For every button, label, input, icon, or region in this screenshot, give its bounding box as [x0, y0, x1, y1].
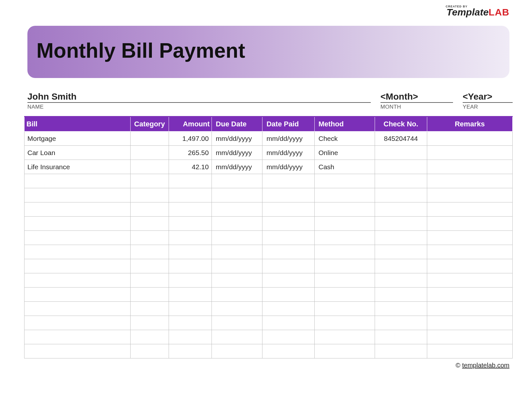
cell-date-paid[interactable]: mm/dd/yyyy: [262, 160, 314, 174]
cell-due-date[interactable]: [212, 330, 262, 344]
cell-due-date[interactable]: [212, 188, 262, 202]
cell-category[interactable]: [130, 146, 169, 160]
cell-bill[interactable]: [25, 202, 131, 217]
cell-method[interactable]: [314, 288, 375, 302]
cell-check-no[interactable]: [375, 217, 427, 231]
cell-bill[interactable]: [25, 188, 131, 202]
cell-amount[interactable]: [169, 330, 212, 344]
cell-date-paid[interactable]: [262, 174, 314, 188]
cell-category[interactable]: [130, 302, 169, 316]
cell-bill[interactable]: [25, 288, 131, 302]
cell-bill[interactable]: [25, 245, 131, 259]
cell-due-date[interactable]: [212, 202, 262, 217]
cell-remarks[interactable]: [427, 302, 512, 316]
cell-bill[interactable]: [25, 273, 131, 288]
cell-method[interactable]: Online: [314, 146, 375, 160]
cell-category[interactable]: [130, 188, 169, 202]
cell-remarks[interactable]: [427, 202, 512, 217]
cell-check-no[interactable]: [375, 316, 427, 330]
cell-amount[interactable]: [169, 344, 212, 358]
cell-due-date[interactable]: mm/dd/yyyy: [212, 132, 262, 146]
cell-method[interactable]: [314, 259, 375, 273]
cell-method[interactable]: [314, 316, 375, 330]
cell-due-date[interactable]: [212, 245, 262, 259]
cell-check-no[interactable]: [375, 160, 427, 174]
cell-remarks[interactable]: [427, 217, 512, 231]
footer-link[interactable]: templatelab.com: [462, 362, 509, 369]
cell-due-date[interactable]: [212, 273, 262, 288]
cell-bill[interactable]: [25, 330, 131, 344]
cell-category[interactable]: [130, 174, 169, 188]
cell-check-no[interactable]: [375, 302, 427, 316]
cell-amount[interactable]: [169, 174, 212, 188]
cell-bill[interactable]: Life Insurance: [25, 160, 131, 174]
cell-bill[interactable]: [25, 217, 131, 231]
cell-method[interactable]: Check: [314, 132, 375, 146]
cell-check-no[interactable]: [375, 231, 427, 245]
cell-amount[interactable]: [169, 259, 212, 273]
cell-category[interactable]: [130, 202, 169, 217]
cell-remarks[interactable]: [427, 288, 512, 302]
cell-check-no[interactable]: [375, 288, 427, 302]
cell-amount[interactable]: 265.50: [169, 146, 212, 160]
cell-bill[interactable]: [25, 231, 131, 245]
cell-method[interactable]: Cash: [314, 160, 375, 174]
cell-due-date[interactable]: [212, 288, 262, 302]
cell-category[interactable]: [130, 231, 169, 245]
cell-due-date[interactable]: [212, 231, 262, 245]
cell-check-no[interactable]: [375, 174, 427, 188]
cell-check-no[interactable]: [375, 146, 427, 160]
cell-bill[interactable]: Car Loan: [25, 146, 131, 160]
year-value[interactable]: <Year>: [463, 92, 513, 103]
cell-remarks[interactable]: [427, 188, 512, 202]
name-value[interactable]: John Smith: [27, 92, 371, 103]
cell-amount[interactable]: 1,497.00: [169, 132, 212, 146]
cell-method[interactable]: [314, 188, 375, 202]
cell-due-date[interactable]: mm/dd/yyyy: [212, 146, 262, 160]
cell-amount[interactable]: [169, 188, 212, 202]
cell-remarks[interactable]: [427, 146, 512, 160]
cell-remarks[interactable]: [427, 174, 512, 188]
cell-check-no[interactable]: [375, 273, 427, 288]
cell-method[interactable]: [314, 202, 375, 217]
cell-amount[interactable]: [169, 245, 212, 259]
cell-bill[interactable]: [25, 259, 131, 273]
cell-date-paid[interactable]: [262, 259, 314, 273]
cell-amount[interactable]: [169, 316, 212, 330]
cell-method[interactable]: [314, 344, 375, 358]
cell-amount[interactable]: [169, 273, 212, 288]
cell-remarks[interactable]: [427, 259, 512, 273]
cell-check-no[interactable]: [375, 259, 427, 273]
cell-date-paid[interactable]: [262, 202, 314, 217]
cell-category[interactable]: [130, 259, 169, 273]
cell-amount[interactable]: [169, 288, 212, 302]
cell-category[interactable]: [130, 245, 169, 259]
cell-amount[interactable]: [169, 217, 212, 231]
cell-remarks[interactable]: [427, 330, 512, 344]
cell-date-paid[interactable]: [262, 188, 314, 202]
cell-method[interactable]: [314, 302, 375, 316]
cell-remarks[interactable]: [427, 316, 512, 330]
cell-date-paid[interactable]: [262, 273, 314, 288]
cell-category[interactable]: [130, 217, 169, 231]
cell-due-date[interactable]: [212, 259, 262, 273]
cell-remarks[interactable]: [427, 132, 512, 146]
cell-check-no[interactable]: 845204744: [375, 132, 427, 146]
month-value[interactable]: <Month>: [380, 92, 453, 103]
cell-remarks[interactable]: [427, 344, 512, 358]
cell-method[interactable]: [314, 174, 375, 188]
cell-bill[interactable]: [25, 316, 131, 330]
cell-category[interactable]: [130, 330, 169, 344]
cell-method[interactable]: [314, 330, 375, 344]
cell-category[interactable]: [130, 160, 169, 174]
cell-category[interactable]: [130, 344, 169, 358]
cell-due-date[interactable]: [212, 316, 262, 330]
cell-due-date[interactable]: [212, 217, 262, 231]
cell-date-paid[interactable]: mm/dd/yyyy: [262, 132, 314, 146]
cell-date-paid[interactable]: [262, 231, 314, 245]
cell-category[interactable]: [130, 273, 169, 288]
cell-category[interactable]: [130, 316, 169, 330]
cell-date-paid[interactable]: [262, 288, 314, 302]
cell-remarks[interactable]: [427, 245, 512, 259]
cell-check-no[interactable]: [375, 188, 427, 202]
